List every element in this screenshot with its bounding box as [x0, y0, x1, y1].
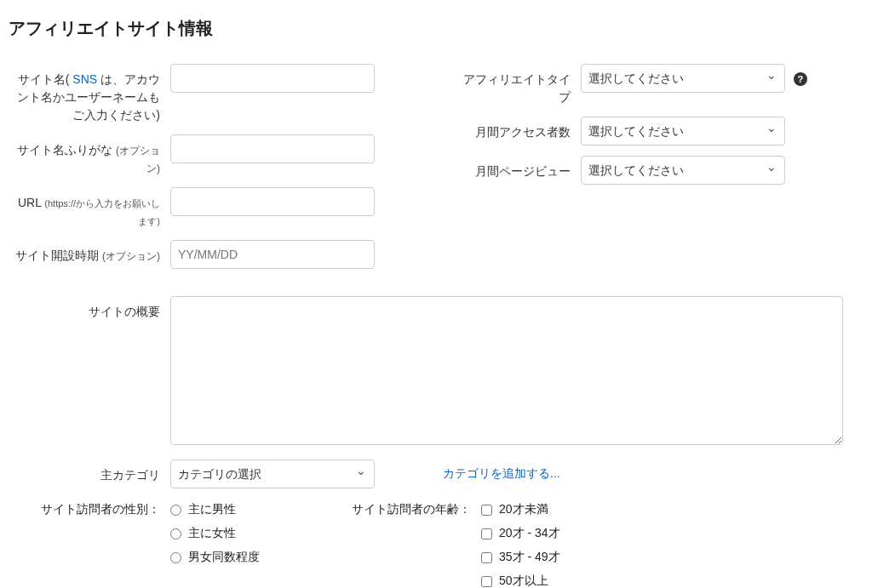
- age-option-label: 20才 - 34才: [499, 526, 560, 541]
- gender-option-label: 男女同数程度: [188, 550, 260, 565]
- age-option-35-49[interactable]: 35才 - 49才: [481, 550, 560, 565]
- gender-option-equal[interactable]: 男女同数程度: [170, 550, 260, 565]
- gender-option-male[interactable]: 主に男性: [170, 502, 260, 517]
- gender-option-label: 主に男性: [188, 502, 236, 517]
- affiliate-type-label: アフィリエイトタイプ: [453, 64, 581, 106]
- site-name-furigana-input[interactable]: [170, 134, 375, 163]
- monthly-pv-label: 月間ページビュー: [453, 156, 581, 180]
- age-checkbox[interactable]: [481, 528, 492, 539]
- site-opened-input[interactable]: [170, 240, 375, 269]
- help-icon[interactable]: ?: [794, 72, 807, 86]
- age-label: サイト訪問者の年齢：: [345, 500, 481, 588]
- gender-option-female[interactable]: 主に女性: [170, 526, 260, 541]
- site-name-label: サイト名( SNS は、アカウント名かユーザーネームもご入力ください): [9, 64, 170, 124]
- age-option-20-34[interactable]: 20才 - 34才: [481, 526, 560, 541]
- add-category-link[interactable]: カテゴリを追加する...: [443, 466, 560, 482]
- page-title: アフィリエイトサイト情報: [9, 17, 863, 40]
- monthly-pv-select[interactable]: 選択してください: [581, 156, 785, 185]
- age-option-50plus[interactable]: 50才以上: [481, 574, 560, 588]
- category-select[interactable]: カテゴリの選択: [170, 460, 375, 488]
- monthly-access-label: 月間アクセス者数: [453, 117, 581, 141]
- age-checkbox[interactable]: [481, 505, 492, 516]
- monthly-access-select[interactable]: 選択してください: [581, 117, 785, 146]
- age-option-under20[interactable]: 20才未満: [481, 502, 560, 517]
- age-checkbox[interactable]: [481, 576, 492, 587]
- gender-radio[interactable]: [170, 552, 181, 563]
- age-option-label: 35才 - 49才: [499, 550, 560, 565]
- overview-label: サイトの概要: [9, 296, 170, 321]
- affiliate-type-select[interactable]: 選択してください: [581, 64, 785, 93]
- site-opened-label: サイト開設時期 (オプション): [9, 240, 170, 265]
- gender-radio[interactable]: [170, 505, 181, 516]
- gender-radio[interactable]: [170, 528, 181, 539]
- age-option-label: 20才未満: [499, 502, 548, 517]
- site-name-input[interactable]: [170, 64, 375, 93]
- age-option-label: 50才以上: [499, 574, 548, 588]
- category-label: 主カテゴリ: [9, 460, 170, 484]
- gender-option-label: 主に女性: [188, 526, 236, 541]
- url-input[interactable]: [170, 187, 375, 216]
- age-checkbox[interactable]: [481, 552, 492, 563]
- site-name-furigana-label: サイト名ふりがな (オプション): [9, 134, 170, 177]
- overview-textarea[interactable]: [170, 296, 843, 445]
- sns-link[interactable]: SNS: [72, 72, 97, 86]
- url-label: URL (https://から入力をお願いします): [9, 187, 170, 230]
- gender-label: サイト訪問者の性別：: [9, 500, 170, 588]
